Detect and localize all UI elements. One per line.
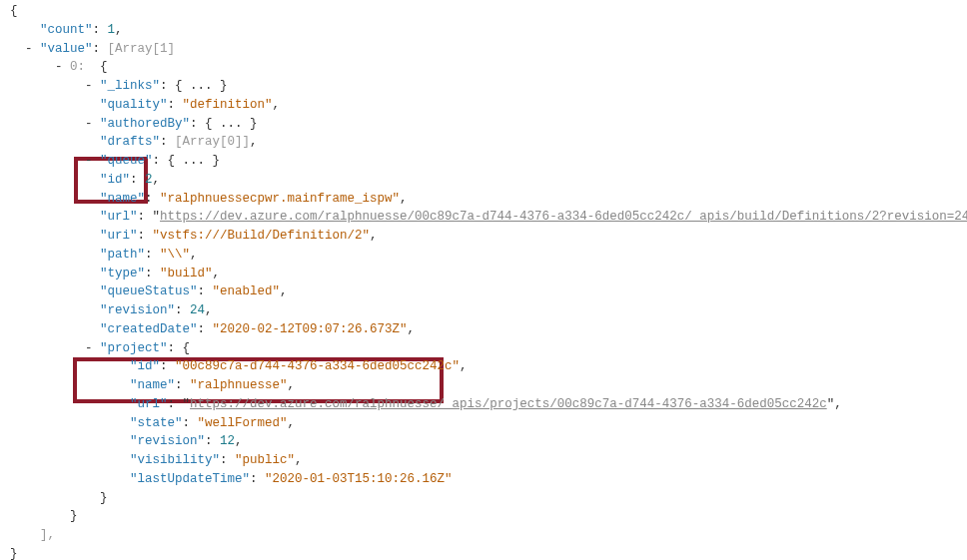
json-key: "value" (40, 42, 93, 56)
json-key: "quality" (100, 98, 168, 112)
json-line: - "project": { (10, 339, 967, 358)
json-url[interactable]: https://dev.azure.com/ralphnuesse/00c89c… (160, 210, 967, 224)
json-line: } (10, 545, 967, 560)
json-url[interactable]: https://dev.azure.com/ralphnuesse/_apis/… (190, 397, 827, 411)
json-line: "quality": "definition", (10, 96, 967, 115)
json-line: "type": "build", (10, 265, 967, 283)
json-value: 12 (220, 434, 235, 448)
json-value: "00c89c7a-d744-4376-a334-6ded05cc242c" (175, 359, 460, 373)
collapse-toggle[interactable]: - (55, 60, 63, 74)
json-line: "uri": "vstfs:///Build/Definition/2", (10, 227, 967, 246)
json-line: "drafts": [Array[0]], (10, 133, 967, 152)
json-key: "project" (100, 341, 168, 355)
json-value: "wellFormed" (198, 416, 288, 430)
json-key: "count" (40, 23, 93, 37)
json-value: "ralphnuesse" (190, 378, 288, 392)
json-value: "build" (160, 267, 213, 280)
json-line: "id": 2, (10, 171, 967, 190)
json-value: "definition" (183, 98, 273, 112)
json-value: "public" (235, 453, 295, 467)
json-key: "revision" (130, 434, 205, 448)
collapse-toggle[interactable]: - (85, 117, 93, 131)
json-line: "createdDate": "2020-02-12T09:07:26.673Z… (10, 320, 967, 339)
json-key: "id" (130, 359, 160, 373)
json-line: } (10, 507, 967, 526)
json-line: { (10, 2, 967, 21)
json-key: "state" (130, 416, 183, 430)
array-meta: [Array[0]] (175, 135, 250, 149)
collapse-toggle[interactable]: - (85, 341, 93, 355)
json-key: "id" (100, 173, 130, 187)
json-key: "revision" (100, 303, 175, 317)
json-line: "url": "https://dev.azure.com/ralphnuess… (10, 395, 967, 414)
json-key: "name" (130, 378, 175, 392)
json-line: - "queue": { ... } (10, 152, 967, 171)
json-key: "type" (100, 267, 145, 280)
json-line: - "_links": { ... } (10, 77, 967, 96)
json-key: "createdDate" (100, 322, 198, 336)
json-line: "name": "ralphnuesse", (10, 376, 967, 395)
json-value: "enabled" (213, 284, 281, 298)
json-key: "queueStatus" (100, 284, 198, 298)
json-line: - 0: { (10, 58, 967, 77)
json-value: 1 (108, 23, 116, 37)
json-line: "revision": 24, (10, 301, 967, 320)
json-key: "_links" (100, 79, 160, 93)
array-index: 0: (70, 60, 85, 74)
json-value: 2 (145, 173, 153, 187)
json-line: "url": "https://dev.azure.com/ralphnuess… (10, 208, 967, 227)
json-key: "lastUpdateTime" (130, 472, 250, 486)
json-key: "name" (100, 192, 145, 206)
json-line: "id": "00c89c7a-d744-4376-a334-6ded05cc2… (10, 357, 967, 376)
json-value: "2020-01-03T15:10:26.16Z" (265, 472, 453, 486)
json-line: "queueStatus": "enabled", (10, 282, 967, 301)
json-line: - "authoredBy": { ... } (10, 115, 967, 134)
json-value: "vstfs:///Build/Definition/2" (153, 229, 371, 243)
json-key: "path" (100, 248, 145, 262)
collapse-toggle[interactable]: - (85, 79, 93, 93)
json-value: "2020-02-12T09:07:26.673Z" (213, 322, 408, 336)
json-line: "path": "\\", (10, 246, 967, 265)
json-key: "drafts" (100, 135, 160, 149)
json-value: 24 (190, 303, 205, 317)
json-key: "url" (100, 210, 138, 224)
json-key: "queue" (100, 154, 153, 168)
collapse-toggle[interactable]: - (25, 42, 33, 56)
array-meta: [Array[1] (108, 42, 176, 56)
json-key: "uri" (100, 229, 138, 243)
json-key: "url" (130, 397, 168, 411)
json-line: "revision": 12, (10, 432, 967, 451)
json-line: "state": "wellFormed", (10, 414, 967, 433)
collapse-toggle[interactable]: - (85, 154, 93, 168)
json-viewer: { "count": 1, - "value": [Array[1] - 0: … (0, 0, 967, 560)
json-key: "authoredBy" (100, 117, 190, 131)
json-line: "visibility": "public", (10, 451, 967, 470)
json-line: } (10, 489, 967, 508)
json-line: ], (10, 526, 967, 545)
json-line: - "value": [Array[1] (10, 40, 967, 59)
json-line: "count": 1, (10, 21, 967, 40)
json-key: "visibility" (130, 453, 220, 467)
json-value: "\\" (160, 248, 190, 262)
json-line: "name": "ralphnuessecpwr.mainframe_ispw"… (10, 190, 967, 209)
json-line: "lastUpdateTime": "2020-01-03T15:10:26.1… (10, 470, 967, 489)
json-value: "ralphnuessecpwr.mainframe_ispw" (160, 192, 400, 206)
